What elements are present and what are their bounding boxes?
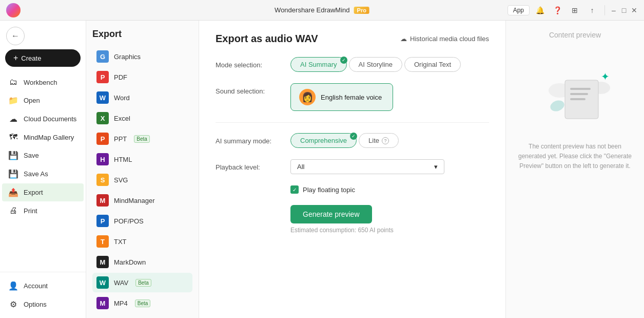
create-label: Create <box>21 54 41 62</box>
sidebar-item-print[interactable]: 🖨 Print <box>2 202 84 219</box>
pdf-icon: P <box>96 71 109 83</box>
preview-illustration: ✦ <box>544 60 606 121</box>
lite-info-icon: ? <box>382 137 389 144</box>
export-item-html[interactable]: H HTML <box>92 149 192 169</box>
export-panel-title: Export <box>92 29 192 40</box>
export-label-word: Word <box>114 94 130 102</box>
saveas-icon: 💾 <box>8 169 18 179</box>
content-header: Export as audio WAV ☁ Historical media c… <box>216 33 489 45</box>
cloud-icon: ☁ <box>8 114 18 124</box>
export-item-pofpos[interactable]: P POF/POS <box>92 211 192 231</box>
playback-row: Playback level: All ▾ <box>216 159 489 174</box>
export-icon: 📤 <box>8 188 18 197</box>
mindmanager-icon: M <box>96 194 109 207</box>
ai-mode-row: AI summary mode: Comprehensive Lite ? <box>216 133 489 148</box>
pofpos-icon: P <box>96 215 109 227</box>
export-label-excel: Excel <box>114 115 130 122</box>
app-button[interactable]: App <box>508 5 530 15</box>
comprehensive-label: Comprehensive <box>300 137 347 144</box>
sidebar-label-saveas: Save As <box>24 170 48 178</box>
export-item-wav[interactable]: W WAV Beta <box>92 273 192 292</box>
svg-rect-5 <box>570 98 586 100</box>
content-title: Export as audio WAV <box>216 33 318 45</box>
export-label-html: HTML <box>114 156 132 163</box>
mp4-icon: M <box>96 297 109 309</box>
pro-badge: Pro <box>354 7 369 14</box>
floating-topic-checkbox[interactable]: ✓ <box>290 185 299 194</box>
summary-comprehensive[interactable]: Comprehensive <box>290 133 357 148</box>
sidebar-item-cloud[interactable]: ☁ Cloud Documents <box>2 110 84 128</box>
content-area: Export as audio WAV ☁ Historical media c… <box>199 21 505 318</box>
summary-lite[interactable]: Lite ? <box>359 133 399 148</box>
bell-icon[interactable]: 🔔 <box>533 3 547 17</box>
export-item-excel[interactable]: X Excel <box>92 108 192 128</box>
sound-selection-row: Sound selection: 👩 English female voice <box>216 83 489 111</box>
sidebar-label-save: Save <box>24 152 39 159</box>
cloud-link[interactable]: ☁ Historical media cloud files <box>400 35 489 43</box>
ppt-icon: P <box>96 133 109 145</box>
svg-rect-4 <box>570 93 588 95</box>
sidebar-item-export[interactable]: 📤 Export <box>2 183 84 201</box>
svg-point-7 <box>549 99 565 113</box>
export-item-markdown[interactable]: M MarkDown <box>92 252 192 272</box>
export-item-mindmanager[interactable]: M MindManager <box>92 191 192 210</box>
options-icon: ⚙ <box>8 300 18 309</box>
graphics-icon: G <box>96 50 109 63</box>
playback-controls: All ▾ <box>290 159 444 174</box>
main-layout: ← + Create 🗂 Workbench 📁 Open ☁ Cloud Do… <box>0 21 644 318</box>
create-button[interactable]: + Create <box>5 49 81 67</box>
mode-controls: AI Summary AI Storyline Original Text <box>290 57 461 72</box>
svg-text:✦: ✦ <box>601 71 610 82</box>
export-label-wav: WAV <box>114 279 128 287</box>
ai-mode-controls: Comprehensive Lite ? <box>290 133 399 148</box>
export-label-graphics: Graphics <box>114 53 141 61</box>
sidebar-item-mindmap[interactable]: 🗺 MindMap Gallery <box>2 128 84 146</box>
sidebar-item-open[interactable]: 📁 Open <box>2 91 84 109</box>
voice-name: English female voice <box>321 93 382 101</box>
mode-label: Mode selection: <box>216 57 282 69</box>
voice-card[interactable]: 👩 English female voice <box>290 83 393 111</box>
mode-original-text[interactable]: Original Text <box>404 57 461 72</box>
close-button[interactable]: ✕ <box>631 7 638 14</box>
export-label-svg: SVG <box>114 176 128 184</box>
mode-ai-summary[interactable]: AI Summary <box>290 57 347 72</box>
playback-select[interactable]: All ▾ <box>290 159 444 174</box>
share-icon[interactable]: ↑ <box>585 3 599 17</box>
word-icon: W <box>96 91 109 104</box>
sidebar-item-save[interactable]: 💾 Save <box>2 146 84 164</box>
export-item-mp4[interactable]: M MP4 Beta <box>92 293 192 313</box>
wav-icon: W <box>96 276 109 289</box>
form-divider <box>216 122 489 123</box>
sound-label: Sound selection: <box>216 83 282 95</box>
sidebar-item-saveas[interactable]: 💾 Save As <box>2 165 84 183</box>
plus-icon: + <box>13 53 18 63</box>
wav-beta-badge: Beta <box>135 279 151 287</box>
markdown-icon: M <box>96 256 109 268</box>
mode-selection-row: Mode selection: AI Summary AI Storyline … <box>216 57 489 72</box>
maximize-button[interactable]: □ <box>620 7 628 14</box>
back-button[interactable]: ← <box>6 27 25 45</box>
export-item-svg[interactable]: S SVG <box>92 170 192 190</box>
excel-icon: X <box>96 112 109 124</box>
sidebar-item-account[interactable]: 👤 Account <box>2 277 84 295</box>
help-icon[interactable]: ❓ <box>550 3 564 17</box>
svg-icon: S <box>96 174 109 186</box>
export-item-word[interactable]: W Word <box>92 88 192 107</box>
export-item-pdf[interactable]: P PDF <box>92 67 192 87</box>
generate-preview-button[interactable]: Generate preview <box>290 205 372 223</box>
sidebar-item-options[interactable]: ⚙ Options <box>2 295 84 313</box>
sidebar-item-workbench[interactable]: 🗂 Workbench <box>2 73 84 91</box>
export-item-ppt[interactable]: P PPT Beta <box>92 129 192 148</box>
minimize-button[interactable]: – <box>610 7 617 14</box>
user-avatar[interactable] <box>6 3 21 17</box>
export-item-graphics[interactable]: G Graphics <box>92 47 192 66</box>
ai-mode-label: AI summary mode: <box>216 133 282 145</box>
html-icon: H <box>96 153 109 165</box>
summary-buttons: Comprehensive Lite ? <box>290 133 399 148</box>
playback-chevron-icon: ▾ <box>434 163 438 171</box>
export-item-txt[interactable]: T TXT <box>92 232 192 251</box>
sidebar-label-export: Export <box>24 189 43 196</box>
mode-ai-storyline[interactable]: AI Storyline <box>349 57 402 72</box>
grid-icon[interactable]: ⊞ <box>568 3 582 17</box>
playback-value: All <box>297 163 304 171</box>
